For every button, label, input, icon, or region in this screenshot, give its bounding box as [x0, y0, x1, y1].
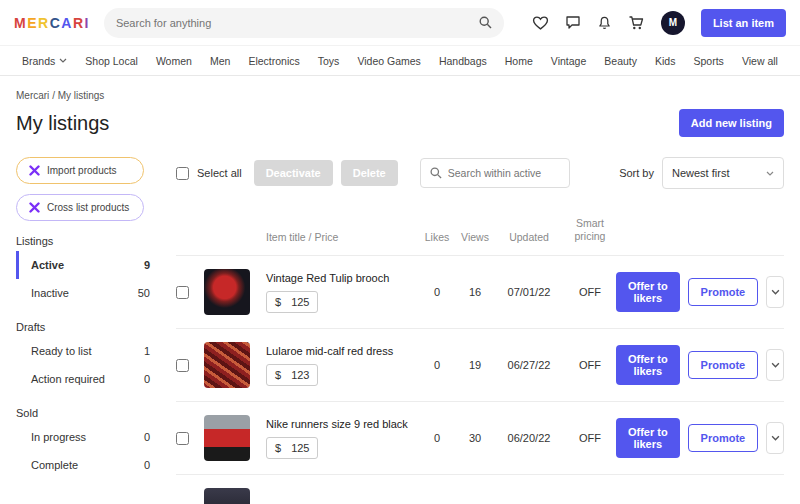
- smart-pricing-status: OFF: [564, 286, 616, 298]
- listing-thumbnail[interactable]: [204, 488, 250, 504]
- listing-title[interactable]: Lularoe mid-calf red dress: [266, 345, 418, 357]
- nav-item-kids[interactable]: Kids: [655, 55, 675, 67]
- cart-icon[interactable]: [628, 15, 645, 31]
- notifications-bell-icon[interactable]: [597, 15, 612, 31]
- listing-title[interactable]: Nike runners size 9 red black: [266, 418, 418, 430]
- sort-dropdown[interactable]: Newest first: [662, 157, 784, 189]
- page-header: My listings Add new listing: [0, 101, 800, 149]
- listings-main: Select all Deactivate Delete Sort by New…: [176, 149, 784, 504]
- views-count: 16: [456, 286, 494, 298]
- chevron-down-icon: [766, 171, 774, 176]
- messages-icon[interactable]: [565, 15, 581, 30]
- offer-to-likers-button[interactable]: Offer to likers: [616, 272, 680, 312]
- promote-button[interactable]: Promote: [688, 424, 759, 452]
- table-row: Vintage Red Tulip brooch $ 125 0 16 07/0…: [176, 255, 784, 328]
- row-checkbox[interactable]: [176, 286, 189, 299]
- nav-item-vintage[interactable]: Vintage: [551, 55, 586, 67]
- global-search-input[interactable]: [116, 17, 479, 29]
- offer-to-likers-button[interactable]: Offer to likers: [616, 345, 680, 385]
- nav-item-brands[interactable]: Brands: [22, 55, 67, 67]
- breadcrumb: Mercari / My listings: [0, 76, 800, 101]
- nav-item-beauty[interactable]: Beauty: [604, 55, 637, 67]
- price-field[interactable]: $ 123: [266, 364, 318, 386]
- breadcrumb-home[interactable]: Mercari: [16, 90, 49, 101]
- table-row: Nike runners size 9 red black $ 125 0 30…: [176, 401, 784, 474]
- sidebar-item-in-progress[interactable]: In progress 0: [16, 423, 156, 451]
- currency-symbol: $: [275, 296, 281, 308]
- updated-date: 07/01/22: [494, 286, 564, 298]
- smart-pricing-status: OFF: [564, 432, 616, 444]
- row-checkbox[interactable]: [176, 432, 189, 445]
- sidebar-item-label: Ready to list: [31, 345, 92, 357]
- import-products-button[interactable]: Import products: [16, 157, 144, 184]
- search-icon[interactable]: [479, 16, 492, 29]
- nav-item-view-all[interactable]: View all: [742, 55, 778, 67]
- nav-item-handbags[interactable]: Handbags: [439, 55, 487, 67]
- sidebar-item-active[interactable]: Active 9: [16, 251, 156, 279]
- favorites-heart-icon[interactable]: [532, 15, 549, 30]
- delete-button[interactable]: Delete: [341, 160, 398, 186]
- sort-selected-value: Newest first: [672, 167, 729, 179]
- select-all-label: Select all: [197, 167, 242, 179]
- add-new-listing-button[interactable]: Add new listing: [679, 109, 784, 137]
- nav-item-video-games[interactable]: Video Games: [357, 55, 420, 67]
- listing-thumbnail[interactable]: [204, 269, 250, 315]
- mercari-my-listings-page: MERCARI M List an item Brands: [0, 0, 800, 504]
- cross-list-products-label: Cross list products: [47, 202, 129, 213]
- sidebar-section-label: Sold: [16, 407, 156, 419]
- price-field[interactable]: $ 125: [266, 437, 318, 459]
- column-header-views: Views: [456, 231, 494, 243]
- offer-to-likers-button[interactable]: Offer to likers: [616, 418, 680, 458]
- sidebar-item-inactive[interactable]: Inactive 50: [16, 279, 156, 307]
- sidebar-item-label: In progress: [31, 431, 86, 443]
- global-search[interactable]: [104, 8, 504, 38]
- content-layout: Import products Cross list products List…: [0, 149, 800, 504]
- deactivate-button[interactable]: Deactivate: [254, 160, 333, 186]
- crosslist-icon: [29, 165, 40, 176]
- cross-list-products-button[interactable]: Cross list products: [16, 194, 144, 221]
- category-nav: Brands Shop Local Women Men Electronics …: [0, 46, 800, 76]
- nav-item-toys[interactable]: Toys: [318, 55, 340, 67]
- mercari-logo[interactable]: MERCARI: [14, 15, 90, 31]
- crosslist-icon: [29, 202, 40, 213]
- search-within-active[interactable]: [420, 158, 570, 188]
- listing-thumbnail[interactable]: [204, 415, 250, 461]
- price-value: 125: [291, 296, 309, 308]
- promote-button[interactable]: Promote: [688, 278, 759, 306]
- list-an-item-button[interactable]: List an item: [701, 9, 786, 37]
- row-expand-button[interactable]: [766, 422, 784, 454]
- likes-count: 0: [418, 286, 456, 298]
- nav-item-home[interactable]: Home: [505, 55, 533, 67]
- sidebar-item-count: 0: [144, 459, 150, 471]
- chevron-down-icon: [59, 58, 67, 63]
- search-icon: [430, 167, 442, 179]
- nav-item-women[interactable]: Women: [156, 55, 192, 67]
- column-header-likes: Likes: [418, 231, 456, 243]
- sidebar-item-count: 9: [144, 259, 150, 271]
- price-field[interactable]: $ 125: [266, 291, 318, 313]
- sidebar-item-action-required[interactable]: Action required 0: [16, 365, 156, 393]
- currency-symbol: $: [275, 442, 281, 454]
- nav-item-electronics[interactable]: Electronics: [248, 55, 299, 67]
- sidebar-item-complete[interactable]: Complete 0: [16, 451, 156, 479]
- row-expand-button[interactable]: [766, 276, 784, 308]
- row-checkbox[interactable]: [176, 359, 189, 372]
- promote-button[interactable]: Promote: [688, 351, 759, 379]
- listing-title[interactable]: Vintage Red Tulip brooch: [266, 272, 418, 284]
- select-all-checkbox[interactable]: [176, 167, 189, 180]
- price-value: 125: [291, 442, 309, 454]
- user-avatar[interactable]: M: [661, 11, 685, 35]
- table-row: Lularoe mid-calf red dress $ 123 0 19 06…: [176, 328, 784, 401]
- nav-item-shop-local[interactable]: Shop Local: [85, 55, 138, 67]
- nav-item-sports[interactable]: Sports: [694, 55, 724, 67]
- nav-item-men[interactable]: Men: [210, 55, 230, 67]
- sidebar-item-ready-to-list[interactable]: Ready to list 1: [16, 337, 156, 365]
- sidebar-item-label: Active: [31, 259, 64, 271]
- top-header: MERCARI M List an item: [0, 0, 800, 46]
- row-expand-button[interactable]: [766, 349, 784, 381]
- sidebar-item-label: Complete: [31, 459, 78, 471]
- breadcrumb-current: My listings: [58, 90, 105, 101]
- listing-thumbnail[interactable]: [204, 342, 250, 388]
- search-within-active-input[interactable]: [448, 167, 560, 179]
- views-count: 30: [456, 432, 494, 444]
